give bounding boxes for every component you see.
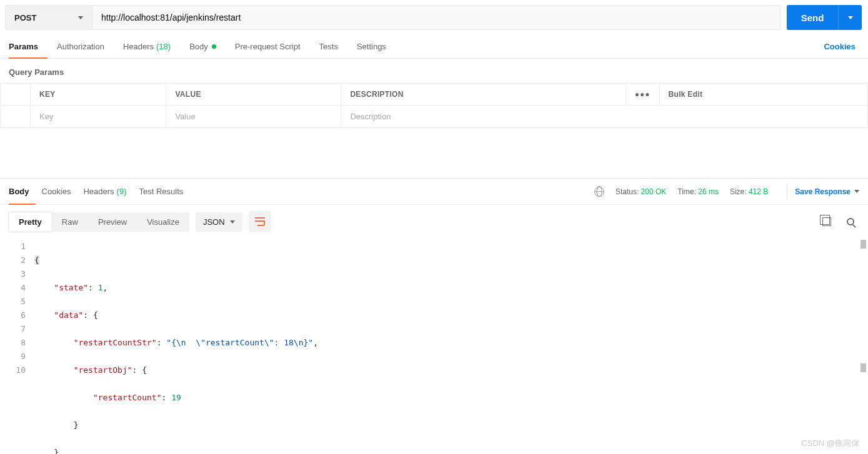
line-gutter: 12345678910 xyxy=(0,239,34,454)
tab-headers[interactable]: Headers(18) xyxy=(114,35,180,58)
copy-icon xyxy=(822,217,831,226)
tab-response-cookies[interactable]: Cookies xyxy=(36,179,77,204)
table-header-more[interactable]: ●●● xyxy=(626,84,659,106)
watermark: CSDN @徐同保 xyxy=(801,438,859,449)
cell-value[interactable]: Value xyxy=(166,106,341,128)
table-header-value: VALUE xyxy=(166,84,341,106)
view-group: Pretty Raw Preview Visualize xyxy=(9,212,189,232)
cookies-link[interactable]: Cookies xyxy=(824,42,859,51)
scroll-indicator xyxy=(861,363,866,372)
query-params-title: Query Params xyxy=(0,59,868,83)
scroll-indicator xyxy=(861,240,866,249)
wrap-icon xyxy=(255,217,265,226)
status-label: Status: 200 OK xyxy=(616,187,666,196)
tab-body[interactable]: Body xyxy=(180,35,226,58)
view-tabs: Pretty Raw Preview Visualize JSON xyxy=(0,205,868,239)
table-header-checkbox xyxy=(1,84,31,106)
url-input[interactable] xyxy=(101,6,771,29)
tab-response-headers[interactable]: Headers(9) xyxy=(77,179,132,204)
save-response-button[interactable]: Save Response xyxy=(787,184,859,199)
tab-params[interactable]: Params xyxy=(9,35,47,58)
time-label: Time: 26 ms xyxy=(677,187,719,196)
view-preview[interactable]: Preview xyxy=(88,212,137,232)
chevron-down-icon xyxy=(854,190,859,193)
send-button[interactable]: Send xyxy=(787,5,838,30)
view-visualize[interactable]: Visualize xyxy=(137,212,189,232)
code-content: { "state": 1, "data": { "restartCountStr… xyxy=(34,239,868,454)
request-tabs: Params Authorization Headers(18) Body Pr… xyxy=(0,35,868,59)
table-header-description: DESCRIPTION xyxy=(341,84,626,106)
url-input-wrap xyxy=(92,5,781,30)
view-raw[interactable]: Raw xyxy=(52,212,88,232)
size-label: Size: 412 B xyxy=(730,187,768,196)
search-button[interactable] xyxy=(842,213,859,230)
format-select[interactable]: JSON xyxy=(196,212,242,232)
method-select[interactable]: POST xyxy=(5,5,92,30)
chevron-down-icon xyxy=(230,220,235,224)
cell-key[interactable]: Key xyxy=(31,106,166,128)
tab-response-body[interactable]: Body xyxy=(9,179,36,204)
body-dot-icon xyxy=(212,44,216,49)
cell-description[interactable]: Description xyxy=(341,106,868,128)
method-value: POST xyxy=(14,13,36,22)
response-tabs: Body Cookies Headers(9) Test Results Sta… xyxy=(0,179,868,205)
view-pretty[interactable]: Pretty xyxy=(9,212,52,232)
wrap-button[interactable] xyxy=(249,211,271,232)
bulk-edit-button[interactable]: Bulk Edit xyxy=(659,84,867,106)
dots-icon: ●●● xyxy=(635,90,651,99)
search-icon xyxy=(847,218,854,225)
tab-tests[interactable]: Tests xyxy=(310,35,347,58)
query-params-table: KEY VALUE DESCRIPTION ●●● Bulk Edit Key … xyxy=(0,83,868,128)
globe-icon[interactable] xyxy=(594,187,604,197)
response-body-code[interactable]: 12345678910 { "state": 1, "data": { "res… xyxy=(0,239,868,454)
tab-settings[interactable]: Settings xyxy=(347,35,396,58)
chevron-down-icon xyxy=(78,16,83,19)
tab-authorization[interactable]: Authorization xyxy=(47,35,114,58)
response-meta: Status: 200 OK Time: 26 ms Size: 412 B S… xyxy=(594,184,859,199)
table-row[interactable]: Key Value Description xyxy=(1,106,868,128)
send-dropdown[interactable] xyxy=(838,5,862,30)
send-button-group: Send xyxy=(787,5,862,30)
chevron-down-icon xyxy=(848,16,853,19)
tab-prerequest[interactable]: Pre-request Script xyxy=(226,35,310,58)
table-header-key: KEY xyxy=(31,84,166,106)
copy-button[interactable] xyxy=(818,213,836,230)
tab-test-results[interactable]: Test Results xyxy=(133,179,190,204)
